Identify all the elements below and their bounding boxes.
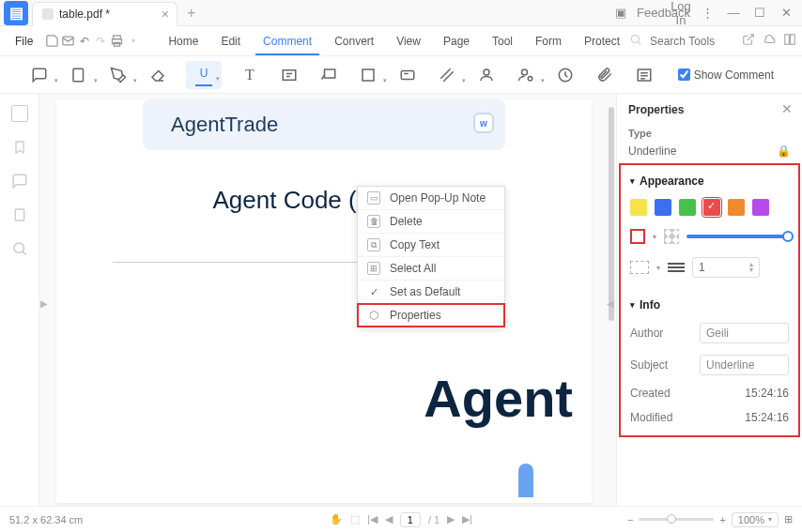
expand-right-icon[interactable]: ◀ (607, 298, 614, 309)
menu-tab-comment[interactable]: Comment (255, 29, 319, 53)
svg-rect-8 (283, 69, 296, 80)
attachment-panel-icon[interactable] (12, 206, 27, 223)
next-page-icon[interactable]: ▶ (447, 513, 455, 525)
menu-tab-home[interactable]: Home (161, 29, 206, 53)
more-icon[interactable]: ⋮ (695, 2, 719, 23)
search-tools-input[interactable] (650, 35, 734, 48)
note-icon: ▭ (367, 191, 380, 205)
appearance-heading[interactable]: Appearance (630, 175, 789, 188)
close-panel-icon[interactable]: ✕ (781, 101, 793, 116)
statusbar: 51.2 x 62.34 cm ✋ ⬚ |◀ ◀ / 1 ▶ ▶| − + 10… (0, 506, 802, 532)
color-dropdown-icon[interactable]: ▾ (653, 233, 656, 241)
text-tool[interactable]: T (239, 64, 261, 86)
line-style-dropdown-icon[interactable]: ▾ (656, 264, 660, 272)
info-heading[interactable]: Info (630, 298, 789, 312)
color-swatch[interactable] (679, 199, 696, 216)
cm-properties[interactable]: ⬡Properties (358, 304, 504, 327)
color-swatch[interactable] (728, 199, 745, 216)
line-style-dashed[interactable] (630, 261, 649, 274)
minimize-button[interactable]: — (721, 2, 746, 23)
new-tab-button[interactable]: + (187, 5, 195, 22)
cloud-icon[interactable] (763, 33, 776, 49)
zoom-in-icon[interactable]: + (719, 514, 725, 525)
border-color-picker[interactable] (630, 229, 645, 244)
first-page-icon[interactable]: |◀ (367, 513, 378, 525)
undo-icon[interactable]: ↶ (77, 30, 91, 53)
stamp-tool[interactable] (396, 64, 419, 86)
cm-delete[interactable]: 🗑Delete (358, 210, 504, 234)
menu-tab-protect[interactable]: Protect (577, 29, 627, 53)
textbox-tool[interactable] (278, 64, 301, 86)
zoom-knob[interactable] (667, 514, 676, 524)
maximize-button[interactable]: ☐ (748, 2, 772, 23)
show-comment-checkbox[interactable] (678, 68, 690, 81)
lock-icon[interactable]: 🔒 (777, 144, 791, 158)
save-icon[interactable] (44, 30, 58, 53)
pencil-tool[interactable] (107, 64, 130, 86)
slider-knob[interactable] (782, 231, 794, 242)
open-external-icon[interactable] (742, 33, 755, 49)
search-panel-icon[interactable] (11, 240, 28, 257)
expand-left-icon[interactable]: ▶ (40, 298, 48, 309)
menu-tab-tool[interactable]: Tool (485, 29, 520, 53)
cm-select-all[interactable]: ⊞Select All (358, 257, 504, 281)
last-page-icon[interactable]: ▶| (462, 513, 472, 525)
segment-icon[interactable] (783, 33, 796, 49)
menu-tab-form[interactable]: Form (528, 29, 569, 53)
document-page[interactable]: AgentTrade w Agent Code (Codes) Agent ▭O… (56, 99, 592, 503)
zoom-out-icon[interactable]: − (627, 514, 633, 525)
color-swatch[interactable] (703, 199, 720, 216)
hand-tool-icon[interactable]: ✋ (330, 513, 343, 525)
area-tool[interactable] (475, 64, 498, 86)
cm-set-default[interactable]: ✓Set as Default (358, 281, 504, 304)
redo-icon[interactable]: ↷ (93, 30, 107, 53)
prev-page-icon[interactable]: ◀ (385, 513, 393, 525)
callout-tool[interactable] (317, 64, 340, 86)
cm-copy-text[interactable]: ⧉Copy Text (358, 234, 504, 257)
shape-tool[interactable] (357, 64, 379, 86)
link-tool[interactable] (554, 64, 577, 86)
fit-page-icon[interactable]: ⊞ (784, 513, 793, 525)
created-label: Created (630, 387, 682, 400)
note-tool[interactable] (28, 64, 51, 86)
select-tool-icon[interactable]: ⬚ (350, 513, 360, 525)
menu-tab-edit[interactable]: Edit (213, 29, 248, 53)
print-icon[interactable] (110, 30, 124, 53)
color-swatch[interactable] (752, 199, 769, 216)
zoom-slider[interactable] (639, 518, 714, 521)
eraser-tool[interactable] (147, 64, 169, 86)
highlight-tool[interactable] (68, 64, 90, 86)
thumbnails-icon[interactable] (11, 105, 28, 122)
comment-list-icon[interactable] (633, 64, 655, 86)
subject-input[interactable] (700, 355, 789, 375)
close-window-button[interactable]: ✕ (774, 2, 798, 23)
comment-panel-icon[interactable] (11, 173, 28, 190)
login-button[interactable]: Log In (669, 0, 693, 31)
menu-tab-view[interactable]: View (389, 29, 428, 53)
underline-tool-active[interactable]: U (186, 61, 222, 89)
measure-tool[interactable] (436, 64, 458, 86)
file-menu[interactable]: File (6, 31, 42, 52)
color-swatch[interactable] (655, 199, 671, 216)
menu-tab-convert[interactable]: Convert (327, 29, 381, 53)
line-style-solid[interactable] (668, 263, 685, 272)
zoom-select[interactable]: 100%▾ (732, 512, 779, 527)
svg-point-18 (14, 243, 24, 253)
mail-icon[interactable] (61, 30, 75, 53)
close-tab-icon[interactable]: × (162, 7, 169, 22)
scrollbar-thumb[interactable] (609, 107, 614, 321)
feedback-button[interactable]: ▣ Feedback (603, 0, 667, 25)
bookmark-icon[interactable] (12, 139, 27, 156)
author-input[interactable] (700, 323, 789, 343)
signature-tool[interactable] (515, 64, 537, 86)
show-comment-toggle[interactable]: Show Comment (678, 68, 774, 82)
color-swatch[interactable] (630, 199, 647, 216)
thickness-input[interactable]: 1 ▴▾ (692, 257, 760, 278)
document-tab[interactable]: table.pdf * × (32, 2, 177, 26)
print-dropdown-icon[interactable]: ▾ (126, 30, 140, 53)
opacity-slider[interactable] (686, 235, 789, 238)
attachment-tool[interactable] (594, 64, 616, 86)
page-input[interactable] (400, 512, 421, 527)
cm-open-popup[interactable]: ▭Open Pop-Up Note (358, 187, 504, 210)
menu-tab-page[interactable]: Page (436, 29, 477, 53)
